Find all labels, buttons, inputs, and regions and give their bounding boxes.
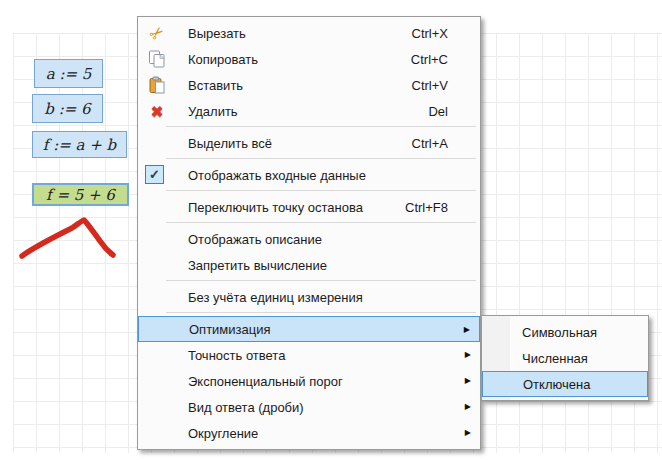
menu-item-label: Копировать [188, 52, 258, 67]
cut-icon: ✂ [145, 20, 169, 46]
menu-item-delete[interactable]: ✖ Удалить Del [138, 98, 480, 124]
menu-item-paste[interactable]: Вставить Ctrl+V [138, 72, 480, 98]
math-expression-result[interactable]: f = 5 + 6 [32, 183, 129, 206]
copy-icon [145, 46, 169, 72]
menu-item-label: Точность ответа [188, 348, 285, 363]
menu-item-shortcut: Ctrl+V [412, 78, 448, 93]
menu-item-select-all[interactable]: Выделить всё Ctrl+A [138, 130, 480, 156]
menu-item-label: Вырезать [188, 26, 246, 41]
checkmark-icon: ✓ [145, 165, 164, 184]
menu-item-shortcut: Ctrl+F8 [405, 200, 448, 215]
menu-item-label: Выделить всё [188, 136, 272, 151]
menu-separator [166, 158, 476, 159]
menu-item-copy[interactable]: Копировать Ctrl+C [138, 46, 480, 72]
menu-item-show-input-data[interactable]: ✓ Отображать входные данные [138, 162, 480, 188]
menu-item-label: Удалить [188, 104, 238, 119]
submenu-item-disabled[interactable]: Отключена [482, 371, 648, 397]
menu-item-shortcut: Ctrl+X [412, 26, 448, 41]
menu-item-label: Вид ответа (дроби) [188, 400, 304, 415]
submenu-arrow-icon: ▶ [465, 351, 471, 359]
menu-item-rounding[interactable]: Округление ▶ [138, 420, 480, 446]
menu-item-label: Отключена [523, 377, 590, 392]
menu-item-label: Отображать описание [188, 232, 322, 247]
menu-item-label: Оптимизация [189, 322, 271, 337]
menu-item-ignore-units[interactable]: Без учёта единиц измерения [138, 284, 480, 310]
paste-icon [145, 72, 169, 98]
menu-item-cut[interactable]: ✂ Вырезать Ctrl+X [138, 20, 480, 46]
menu-item-label: Численная [522, 351, 588, 366]
optimization-submenu: Символьная Численная Отключена [481, 315, 649, 401]
menu-item-label: Переключить точку останова [188, 200, 363, 215]
menu-item-label: Вставить [188, 78, 243, 93]
menu-item-label: Экспоненциальный порог [188, 374, 343, 389]
menu-item-optimization[interactable]: Оптимизация ▶ [138, 316, 480, 342]
submenu-item-numeric[interactable]: Численная [482, 345, 648, 371]
menu-separator [166, 222, 476, 223]
math-expression-a[interactable]: a := 5 [34, 59, 103, 88]
submenu-arrow-icon: ▶ [465, 429, 471, 437]
menu-item-exp-threshold[interactable]: Экспоненциальный порог ▶ [138, 368, 480, 394]
menu-item-label: Округление [188, 426, 258, 441]
context-menu: ✂ Вырезать Ctrl+X Копировать Ctrl+C Вста… [137, 16, 481, 450]
menu-separator [166, 190, 476, 191]
submenu-arrow-icon: ▶ [465, 403, 471, 411]
math-expression-b[interactable]: b := 6 [32, 94, 103, 123]
delete-icon: ✖ [145, 98, 169, 124]
menu-item-shortcut: Ctrl+A [412, 136, 448, 151]
menu-item-toggle-breakpoint[interactable]: Переключить точку останова Ctrl+F8 [138, 194, 480, 220]
menu-item-label: Запретить вычисление [188, 258, 327, 273]
menu-item-label: Отображать входные данные [188, 168, 366, 183]
menu-item-label: Символьная [522, 325, 597, 340]
menu-item-label: Без учёта единиц измерения [188, 290, 363, 305]
menu-item-answer-form-fractions[interactable]: Вид ответа (дроби) ▶ [138, 394, 480, 420]
menu-item-shortcut: Del [428, 104, 448, 119]
submenu-item-symbolic[interactable]: Символьная [482, 319, 648, 345]
menu-item-forbid-calculation[interactable]: Запретить вычисление [138, 252, 480, 278]
menu-item-shortcut: Ctrl+C [411, 52, 448, 67]
menu-item-answer-precision[interactable]: Точность ответа ▶ [138, 342, 480, 368]
submenu-arrow-icon: ▶ [464, 326, 470, 334]
menu-separator [166, 126, 476, 127]
math-expression-f[interactable]: f := a + b [32, 131, 127, 158]
menu-separator [166, 280, 476, 281]
menu-separator [166, 312, 476, 313]
submenu-arrow-icon: ▶ [465, 377, 471, 385]
menu-item-show-description[interactable]: Отображать описание [138, 226, 480, 252]
